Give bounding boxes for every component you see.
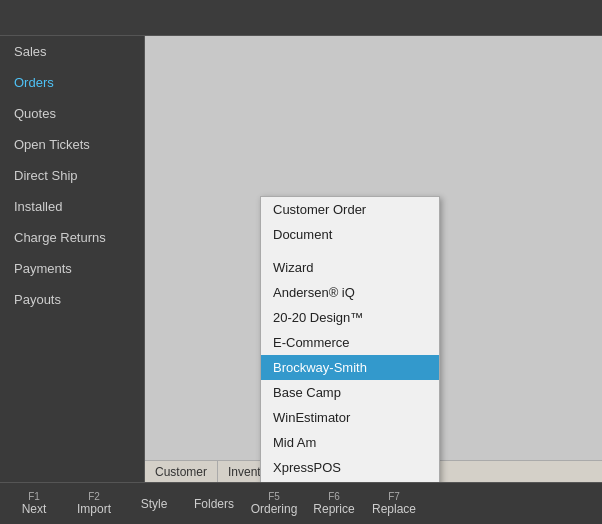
dropdown-item-20-20-design[interactable]: 20-20 Design™ [261, 305, 439, 330]
header [0, 0, 602, 36]
dropdown-item-brockway-smith[interactable]: Brockway-Smith [261, 355, 439, 380]
sidebar-item-charge-returns[interactable]: Charge Returns [0, 222, 144, 253]
fkey-replace[interactable]: F7Replace [364, 489, 424, 518]
sidebar-item-sales[interactable]: Sales [0, 36, 144, 67]
dropdown-item-customer-order[interactable]: Customer Order [261, 197, 439, 222]
dropdown-menu: Customer OrderDocumentWizardAndersen® iQ… [260, 196, 440, 482]
dropdown-item-xpressposs[interactable]: XpressPOS [261, 455, 439, 480]
dropdown-item-mid-am[interactable]: Mid Am [261, 430, 439, 455]
main-area: SalesOrdersQuotesOpen TicketsDirect Ship… [0, 36, 602, 482]
tab-customer[interactable]: Customer [145, 461, 218, 482]
dropdown-item-masterpiece[interactable]: MasterPiece [261, 480, 439, 482]
dropdown-item-e-commerce[interactable]: E-Commerce [261, 330, 439, 355]
sidebar-item-direct-ship[interactable]: Direct Ship [0, 160, 144, 191]
fkey-reprice[interactable]: F6Reprice [304, 489, 364, 518]
dropdown-item-base-camp[interactable]: Base Camp [261, 380, 439, 405]
sidebar-item-orders[interactable]: Orders [0, 67, 144, 98]
fkey-bar: F1NextF2ImportStyleFoldersF5OrderingF6Re… [0, 482, 602, 524]
sidebar-item-payouts[interactable]: Payouts [0, 284, 144, 315]
sidebar-item-open-tickets[interactable]: Open Tickets [0, 129, 144, 160]
fkey-next[interactable]: F1Next [4, 489, 64, 518]
sidebar-item-quotes[interactable]: Quotes [0, 98, 144, 129]
dropdown-item-andersen-iq[interactable]: Andersen® iQ [261, 280, 439, 305]
dropdown-item-winestimator[interactable]: WinEstimator [261, 405, 439, 430]
fkey-style[interactable]: Style [124, 495, 184, 513]
sidebar: SalesOrdersQuotesOpen TicketsDirect Ship… [0, 36, 145, 482]
content-main: Customer OrderDocumentWizardAndersen® iQ… [145, 36, 602, 460]
fkey-ordering[interactable]: F5Ordering [244, 489, 304, 518]
content-area: Customer OrderDocumentWizardAndersen® iQ… [145, 36, 602, 482]
dropdown-item-document[interactable]: Document [261, 222, 439, 247]
fkey-folders[interactable]: Folders [184, 495, 244, 513]
dropdown-separator [261, 247, 439, 255]
fkey-import[interactable]: F2Import [64, 489, 124, 518]
dropdown-item-wizard[interactable]: Wizard [261, 255, 439, 280]
sidebar-item-installed[interactable]: Installed [0, 191, 144, 222]
sidebar-item-payments[interactable]: Payments [0, 253, 144, 284]
